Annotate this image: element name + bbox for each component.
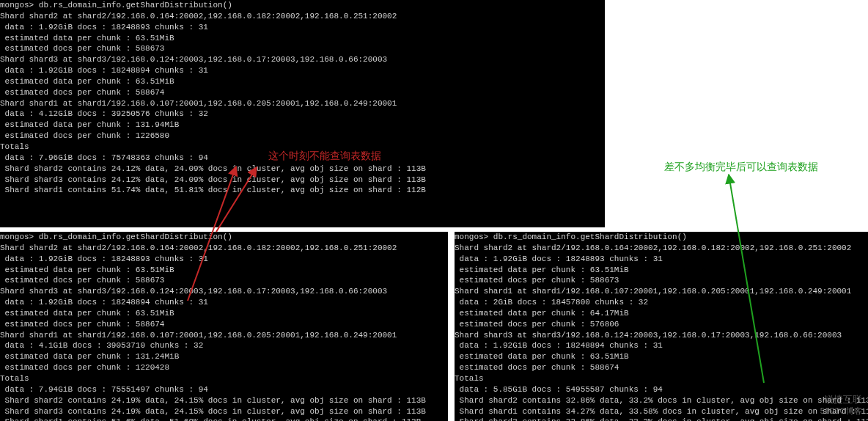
annotation-green: 差不多均衡完毕后可以查询表数据 (664, 160, 818, 174)
terminal-line: Shard shard3 contains 32.86% data, 33.2%… (455, 417, 868, 421)
terminal-line: estimated data per chunk : 63.51MiB (455, 351, 868, 362)
terminal-left-bottom[interactable]: mongos> db.rs_domain_info.getShardDistri… (0, 232, 448, 421)
terminal-line: data : 4.1GiB docs : 39053710 chunks : 3… (0, 340, 448, 351)
terminal-line: estimated docs per chunk : 588674 (0, 87, 605, 98)
terminal-line: estimated docs per chunk : 588673 (0, 43, 605, 54)
terminal-right-bottom[interactable]: mongos> db.rs_domain_info.getShardDistri… (455, 232, 868, 421)
terminal-line: data : 1.92GiB docs : 18248894 chunks : … (0, 297, 448, 308)
watermark-brand: 锐捷互联 (824, 393, 862, 406)
terminal-line: Shard shard2 at shard2/192.168.0.164:200… (455, 243, 868, 254)
terminal-line: Shard shard3 at shard3/192.168.0.124:200… (0, 54, 605, 65)
terminal-line: Shard shard2 at shard2/192.168.0.164:200… (0, 11, 605, 22)
terminal-line: Shard shard2 at shard2/192.168.0.164:200… (0, 243, 448, 254)
terminal-line: estimated docs per chunk : 588674 (0, 319, 448, 330)
terminal-line: Shard shard1 at shard1/192.168.0.107:200… (455, 286, 868, 297)
terminal-left-top[interactable]: mongos> db.rs_domain_info.getShardDistri… (0, 0, 605, 227)
terminal-line: Shard shard1 contains 51.74% data, 51.81… (0, 185, 605, 196)
terminal-line: estimated data per chunk : 63.51MiB (0, 76, 605, 87)
terminal-line: mongos> db.rs_domain_info.getShardDistri… (0, 0, 605, 11)
annotation-red: 这个时刻不能查询表数据 (268, 149, 381, 163)
terminal-line: estimated data per chunk : 63.51MiB (0, 308, 448, 319)
terminal-line: data : 1.92GiB docs : 18248893 chunks : … (0, 22, 605, 33)
terminal-line: Shard shard3 contains 24.12% data, 24.09… (0, 175, 605, 186)
terminal-line: Shard shard1 contains 51.6% data, 51.69%… (0, 417, 448, 421)
terminal-line: Shard shard1 at shard1/192.168.0.107:200… (0, 330, 448, 341)
terminal-line: data : 7.94GiB docs : 75551497 chunks : … (0, 384, 448, 395)
terminal-line: data : 1.92GiB docs : 18248894 chunks : … (455, 340, 868, 351)
terminal-line: Shard shard3 contains 24.19% data, 24.15… (0, 406, 448, 417)
terminal-line: Shard shard3 at shard3/192.168.0.124:200… (0, 286, 448, 297)
terminal-line: Shard shard2 contains 24.12% data, 24.09… (0, 164, 605, 175)
terminal-line: estimated docs per chunk : 1220428 (0, 362, 448, 373)
terminal-line: estimated data per chunk : 63.51MiB (0, 33, 605, 44)
terminal-line: data : 1.92GiB docs : 18248894 chunks : … (0, 65, 605, 76)
terminal-line: estimated docs per chunk : 1226580 (0, 131, 605, 142)
terminal-line: estimated data per chunk : 63.51MiB (0, 265, 448, 276)
terminal-line: Totals (455, 373, 868, 384)
terminal-line: Totals (0, 373, 448, 384)
terminal-line: mongos> db.rs_domain_info.getShardDistri… (0, 232, 448, 243)
watermark-text: 51CTO博客 (820, 406, 862, 417)
terminal-line: Shard shard3 at shard3/192.168.0.124:200… (455, 330, 868, 341)
terminal-line: estimated docs per chunk : 588673 (455, 275, 868, 286)
terminal-line: data : 1.92GiB docs : 18248893 chunks : … (455, 254, 868, 265)
terminal-line: estimated docs per chunk : 588673 (0, 275, 448, 286)
terminal-line: Shard shard1 contains 34.27% data, 33.58… (455, 406, 868, 417)
terminal-line: Shard shard2 contains 24.19% data, 24.15… (0, 395, 448, 406)
terminal-line: mongos> db.rs_domain_info.getShardDistri… (455, 232, 868, 243)
terminal-line: data : 1.92GiB docs : 18248893 chunks : … (0, 254, 448, 265)
terminal-line: estimated data per chunk : 63.51MiB (455, 265, 868, 276)
terminal-line: estimated data per chunk : 131.24MiB (0, 351, 448, 362)
terminal-line: data : 4.12GiB docs : 39250576 chunks : … (0, 109, 605, 120)
terminal-line: Shard shard2 contains 32.86% data, 33.2%… (455, 395, 868, 406)
terminal-line: estimated docs per chunk : 576806 (455, 319, 868, 330)
terminal-line: data : 5.85GiB docs : 54955587 chunks : … (455, 384, 868, 395)
terminal-line: estimated data per chunk : 64.17MiB (455, 308, 868, 319)
terminal-line: estimated data per chunk : 131.94MiB (0, 120, 605, 131)
terminal-line: data : 2GiB docs : 18457800 chunks : 32 (455, 297, 868, 308)
terminal-line: Shard shard1 at shard1/192.168.0.107:200… (0, 98, 605, 109)
terminal-line: estimated docs per chunk : 588674 (455, 362, 868, 373)
